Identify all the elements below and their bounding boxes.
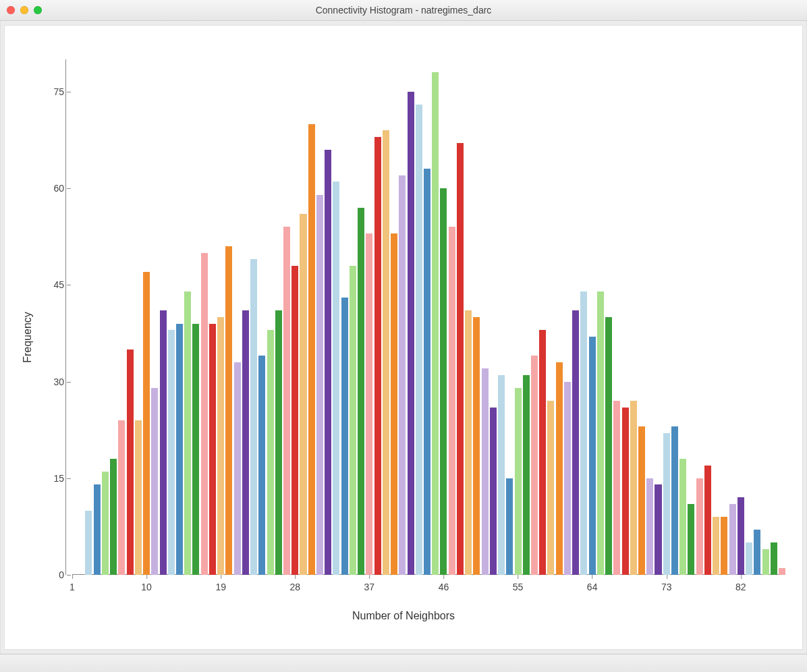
histogram-bar[interactable] (663, 433, 670, 575)
histogram-bar[interactable] (523, 375, 530, 575)
histogram-bar[interactable] (779, 568, 785, 575)
histogram-bar[interactable] (605, 317, 612, 575)
histogram-bar[interactable] (250, 259, 257, 575)
histogram-bar[interactable] (746, 542, 752, 575)
histogram-bar[interactable] (597, 291, 604, 575)
histogram-bar[interactable] (424, 169, 430, 575)
histogram-window: Connectivity Histogram - natregimes_darc… (0, 0, 807, 672)
histogram-bar[interactable] (721, 517, 727, 575)
histogram-bar[interactable] (490, 408, 497, 575)
histogram-bar[interactable] (630, 401, 637, 575)
histogram-bar[interactable] (729, 504, 736, 575)
close-icon[interactable] (7, 6, 15, 14)
histogram-bar[interactable] (374, 137, 381, 575)
x-tick-label: 19 (215, 582, 226, 592)
histogram-bar[interactable] (110, 459, 117, 575)
histogram-bar[interactable] (564, 382, 571, 576)
histogram-bar[interactable] (391, 233, 397, 575)
histogram-bar[interactable] (325, 150, 331, 575)
histogram-bar[interactable] (308, 124, 315, 576)
histogram-bar[interactable] (646, 478, 653, 575)
histogram-bar[interactable] (688, 504, 694, 575)
histogram-bar[interactable] (209, 324, 216, 575)
histogram-bar[interactable] (399, 175, 406, 575)
histogram-bar[interactable] (217, 317, 224, 575)
histogram-bar[interactable] (440, 188, 447, 575)
histogram-bar[interactable] (168, 330, 175, 575)
histogram-bar[interactable] (498, 375, 505, 575)
histogram-bar[interactable] (580, 291, 587, 575)
histogram-bar[interactable] (184, 291, 191, 575)
histogram-bar[interactable] (539, 330, 546, 575)
titlebar[interactable]: Connectivity Histogram - natregimes_darc (0, 0, 807, 21)
histogram-bar[interactable] (135, 420, 142, 575)
histogram-bar[interactable] (432, 72, 439, 575)
histogram-bar[interactable] (258, 356, 265, 575)
histogram-bar[interactable] (291, 266, 298, 575)
histogram-bar[interactable] (482, 368, 489, 575)
histogram-bar[interactable] (201, 253, 208, 576)
histogram-bar[interactable] (713, 517, 719, 575)
histogram-bar[interactable] (275, 310, 282, 575)
histogram-bar[interactable] (350, 266, 356, 575)
histogram-bar[interactable] (531, 356, 538, 575)
chart-canvas[interactable]: Frequency Number of Neighbors 0153045607… (4, 25, 803, 650)
y-tick-label: 0 (59, 569, 64, 580)
histogram-bar[interactable] (225, 246, 232, 575)
histogram-bar[interactable] (283, 227, 290, 575)
histogram-bar[interactable] (465, 310, 472, 575)
histogram-bar[interactable] (300, 214, 306, 575)
histogram-bar[interactable] (696, 478, 703, 575)
histogram-bar[interactable] (762, 549, 769, 575)
histogram-bar[interactable] (192, 324, 199, 575)
histogram-bar[interactable] (94, 484, 101, 575)
histogram-bar[interactable] (572, 310, 579, 575)
window-controls (7, 6, 42, 14)
histogram-bar[interactable] (118, 420, 125, 575)
histogram-bar[interactable] (589, 337, 596, 575)
histogram-bar[interactable] (515, 388, 522, 575)
statusbar (0, 654, 807, 672)
histogram-bar[interactable] (638, 426, 645, 575)
histogram-bar[interactable] (416, 105, 422, 575)
histogram-bar[interactable] (151, 388, 158, 575)
y-axis-label: Frequency (22, 312, 34, 363)
histogram-bar[interactable] (622, 408, 629, 575)
histogram-bar[interactable] (358, 208, 364, 575)
histogram-bar[interactable] (704, 466, 711, 575)
histogram-bar[interactable] (383, 130, 389, 575)
histogram-bar[interactable] (679, 459, 686, 575)
histogram-bar[interactable] (449, 227, 455, 575)
histogram-bar[interactable] (341, 298, 348, 575)
zoom-icon[interactable] (34, 6, 42, 14)
histogram-bar[interactable] (457, 143, 464, 575)
histogram-bar[interactable] (556, 362, 563, 575)
histogram-bar[interactable] (160, 310, 167, 575)
plot-area: 015304560751101928374655647382 (72, 59, 782, 575)
histogram-bar[interactable] (127, 349, 134, 575)
histogram-bar[interactable] (234, 362, 241, 575)
histogram-bar[interactable] (176, 324, 183, 575)
histogram-bar[interactable] (655, 484, 661, 575)
histogram-bar[interactable] (316, 195, 323, 575)
histogram-bar[interactable] (366, 233, 372, 575)
histogram-bar[interactable] (143, 272, 150, 575)
histogram-bar[interactable] (506, 478, 513, 575)
histogram-bar[interactable] (333, 181, 339, 575)
minimize-icon[interactable] (20, 6, 28, 14)
histogram-bar[interactable] (408, 92, 414, 575)
histogram-bar[interactable] (85, 511, 92, 576)
histogram-bar[interactable] (671, 426, 678, 575)
histogram-bar[interactable] (771, 542, 777, 575)
histogram-bar[interactable] (613, 401, 620, 575)
histogram-bar[interactable] (473, 317, 480, 575)
histogram-bar[interactable] (754, 530, 760, 575)
histogram-bar[interactable] (738, 497, 744, 575)
x-tick-label: 37 (364, 582, 375, 592)
y-tick-label: 30 (53, 376, 64, 387)
histogram-bar[interactable] (267, 330, 274, 575)
y-tick-label: 75 (53, 86, 64, 97)
histogram-bar[interactable] (242, 310, 249, 575)
histogram-bar[interactable] (547, 401, 554, 575)
histogram-bar[interactable] (102, 472, 109, 575)
